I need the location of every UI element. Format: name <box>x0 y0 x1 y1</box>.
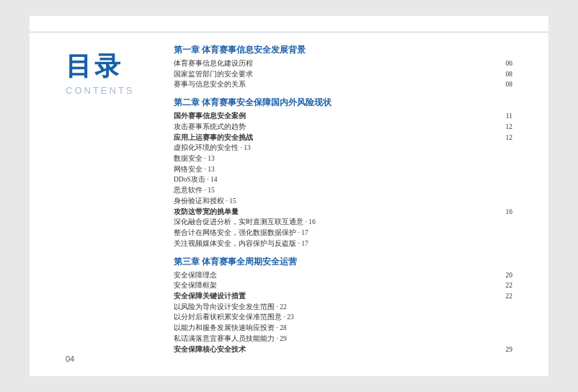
toc-item: 整合计在网络安全，强化数据数据保护 · 17 <box>174 228 512 239</box>
title-chinese: 目录 <box>66 52 123 81</box>
toc-item-text: 安全保障理念 <box>174 270 503 281</box>
chapter-ch3: 第三章 体育赛事全周期安全运营安全保障理念20安全保障框架22安全保障关键设计措… <box>174 257 512 355</box>
toc-item-text: 以风险为导向设计安全发生范围 · 22 <box>174 302 512 313</box>
chapter-ch2: 第二章 体育赛事安全保障国内外风险现状国外赛事信息安全案例11攻击赛事系统式的趋… <box>174 97 512 249</box>
toc-item-text: 网络安全 · 13 <box>174 164 512 175</box>
toc-item-text: 私话满落意宜赛事人员技能能力 · 29 <box>174 334 512 344</box>
toc-item-text: 安全保障核心安全技术 <box>174 344 503 355</box>
toc-item: 以风险为导向设计安全发生范围 · 22 <box>174 302 512 313</box>
toc-item: 应用上运赛事的安全挑战12 <box>174 133 512 143</box>
toc-item-page: 12 <box>506 122 513 133</box>
toc-item-text: DDoS攻击 · 14 <box>174 174 512 185</box>
toc-item: 安全保障核心安全技术29 <box>174 344 512 355</box>
page-container: 目录 CONTENTS 第一章 体育赛事信息安全发展背景体育赛事信息化建设历程0… <box>30 16 548 376</box>
title-english: CONTENTS <box>66 85 135 96</box>
toc-item: 数据安全 · 13 <box>174 153 512 164</box>
toc-item-text: 深化融合促进分析，实时直测互联互通意 · 16 <box>174 217 512 228</box>
toc-item: 安全保障理念20 <box>174 270 512 281</box>
toc-item: 安全保障框架22 <box>174 280 512 291</box>
top-divider <box>30 32 548 32</box>
toc-item-page: 08 <box>506 69 513 80</box>
toc-item-page: 08 <box>506 79 513 90</box>
toc-item-text: 身份验证和授权 · 15 <box>174 196 512 207</box>
toc-item-text: 安全保障关键设计措置 <box>174 291 503 302</box>
toc-item: 恶意软件 · 15 <box>174 185 512 196</box>
toc-item-page: 20 <box>506 270 513 281</box>
chapter-title-ch2: 第二章 体育赛事安全保障国内外风险现状 <box>174 97 512 108</box>
toc-item-text: 以分封后看状积累安全保准范围意 · 23 <box>174 312 512 323</box>
toc-item-page: 22 <box>506 291 513 302</box>
left-panel: 目录 CONTENTS <box>66 45 159 355</box>
toc-item-text: 应用上运赛事的安全挑战 <box>174 133 503 143</box>
toc-item: 关注视频媒体安全，内容保护与反盗版 · 17 <box>174 239 512 249</box>
toc-item-text: 国外赛事信息安全案例 <box>174 111 503 122</box>
toc-item: 虚拟化环境的安全性 · 13 <box>174 143 512 153</box>
toc-item: 体育赛事信息化建设历程06 <box>174 58 512 69</box>
toc-item: 国家监管部门的安全要求08 <box>174 69 512 80</box>
toc-item-text: 虚拟化环境的安全性 · 13 <box>174 143 512 153</box>
toc-item-text: 数据安全 · 13 <box>174 153 512 164</box>
chapter-title-ch3: 第三章 体育赛事全周期安全运营 <box>174 257 512 267</box>
toc-item-text: 以能力和服务发展快速响应投资 · 28 <box>174 323 512 334</box>
toc-item-text: 关注视频媒体安全，内容保护与反盗版 · 17 <box>174 239 512 249</box>
page-number: 04 <box>66 355 74 363</box>
toc-item-text: 攻防这带宽的挑单量 <box>174 207 503 218</box>
toc-item-page: 06 <box>506 58 513 69</box>
chapter-ch1: 第一章 体育赛事信息安全发展背景体育赛事信息化建设历程06国家监管部门的安全要求… <box>174 45 512 90</box>
toc-item: 以分封后看状积累安全保准范围意 · 23 <box>174 312 512 323</box>
toc-item-page: 22 <box>506 280 513 291</box>
toc-item: 私话满落意宜赛事人员技能能力 · 29 <box>174 334 512 344</box>
toc-item: 深化融合促进分析，实时直测互联互通意 · 16 <box>174 217 512 228</box>
toc-item-text: 赛事与信息安全的关系 <box>174 79 503 90</box>
toc-item: 身份验证和授权 · 15 <box>174 196 512 207</box>
toc-item-page: 16 <box>506 207 513 218</box>
toc-item: 国外赛事信息安全案例11 <box>174 111 512 122</box>
toc-item-text: 国家监管部门的安全要求 <box>174 69 503 80</box>
toc-item: 赛事与信息安全的关系08 <box>174 79 512 90</box>
toc-item: 安全保障关键设计措置22 <box>174 291 512 302</box>
toc-item: 以能力和服务发展快速响应投资 · 28 <box>174 323 512 334</box>
toc-item-page: 29 <box>506 344 513 355</box>
toc-item-page: 11 <box>506 111 512 122</box>
toc-item-text: 体育赛事信息化建设历程 <box>174 58 503 69</box>
toc-item-text: 整合计在网络安全，强化数据数据保护 · 17 <box>174 228 512 239</box>
toc-item-text: 安全保障框架 <box>174 280 503 291</box>
toc-item: 攻击赛事系统式的趋势12 <box>174 122 512 133</box>
toc-content: 第一章 体育赛事信息安全发展背景体育赛事信息化建设历程06国家监管部门的安全要求… <box>159 45 512 355</box>
toc-item-text: 攻击赛事系统式的趋势 <box>174 122 503 133</box>
chapter-title-ch1: 第一章 体育赛事信息安全发展背景 <box>174 45 512 55</box>
toc-item-page: 12 <box>506 133 513 143</box>
toc-item-text: 恶意软件 · 15 <box>174 185 512 196</box>
toc-item: DDoS攻击 · 14 <box>174 174 512 185</box>
toc-item: 攻防这带宽的挑单量16 <box>174 207 512 218</box>
toc-item: 网络安全 · 13 <box>174 164 512 175</box>
